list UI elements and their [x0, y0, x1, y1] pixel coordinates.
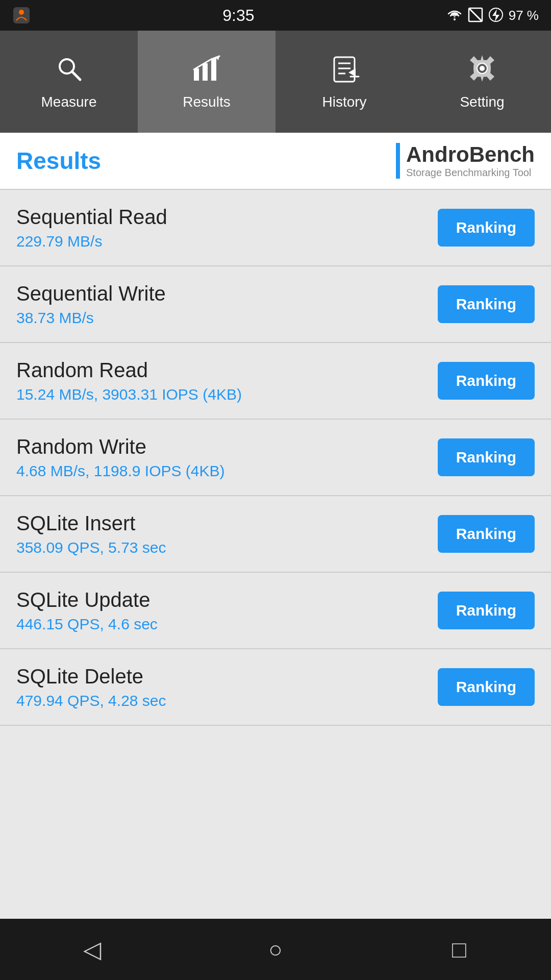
battery-percentage: 97 % [509, 8, 539, 23]
result-item: SQLite Insert 358.09 QPS, 5.73 sec Ranki… [0, 496, 551, 573]
svg-rect-0 [13, 7, 30, 23]
home-button[interactable]: ○ [255, 929, 296, 970]
result-item: Random Read 15.24 MB/s, 3903.31 IOPS (4K… [0, 343, 551, 420]
svg-marker-18 [348, 68, 356, 77]
tab-history[interactable]: History [276, 31, 413, 133]
status-left [12, 6, 31, 24]
result-name: Sequential Write [16, 282, 166, 305]
recent-apps-button[interactable]: □ [439, 929, 480, 970]
result-item: SQLite Update 446.15 QPS, 4.6 sec Rankin… [0, 573, 551, 649]
ranking-button-4[interactable]: Ranking [438, 515, 535, 553]
svg-rect-10 [194, 68, 199, 81]
svg-point-2 [454, 18, 456, 20]
ranking-button-1[interactable]: Ranking [438, 285, 535, 323]
ranking-button-2[interactable]: Ranking [438, 362, 535, 400]
svg-point-23 [480, 66, 485, 71]
status-right: 97 % [446, 7, 539, 23]
svg-point-1 [19, 10, 24, 15]
brand-subtitle: Storage Benchmarking Tool [406, 167, 531, 179]
result-name: Random Read [16, 359, 242, 382]
signal-icon [468, 7, 483, 23]
result-value: 38.73 MB/s [16, 309, 166, 327]
ranking-button-5[interactable]: Ranking [438, 592, 535, 629]
page-title: Results [16, 147, 101, 175]
result-name: SQLite Delete [16, 665, 166, 688]
ranking-button-3[interactable]: Ranking [438, 438, 535, 476]
nav-tabs: Measure Results History [0, 31, 551, 133]
tab-history-label: History [322, 94, 366, 110]
result-info: Random Read 15.24 MB/s, 3903.31 IOPS (4K… [16, 359, 242, 403]
result-value: 4.68 MB/s, 1198.9 IOPS (4KB) [16, 462, 225, 480]
result-value: 479.94 QPS, 4.28 sec [16, 692, 166, 709]
result-info: Sequential Read 229.79 MB/s [16, 206, 167, 250]
svg-rect-14 [334, 57, 355, 82]
tab-results[interactable]: Results [138, 31, 276, 133]
result-value: 446.15 QPS, 4.6 sec [16, 616, 158, 633]
back-button[interactable]: ◁ [71, 929, 112, 970]
result-info: SQLite Update 446.15 QPS, 4.6 sec [16, 589, 158, 633]
tab-results-label: Results [183, 94, 230, 110]
tab-setting-label: Setting [460, 94, 504, 110]
tab-measure-label: Measure [41, 94, 97, 110]
results-icon [191, 53, 222, 88]
brand-name: AndroBench [406, 143, 535, 166]
result-name: Random Write [16, 435, 225, 458]
result-value: 15.24 MB/s, 3903.31 IOPS (4KB) [16, 386, 242, 403]
result-info: Sequential Write 38.73 MB/s [16, 282, 166, 327]
svg-marker-7 [492, 9, 499, 21]
result-value: 229.79 MB/s [16, 233, 167, 250]
result-item: Sequential Read 229.79 MB/s Ranking [0, 190, 551, 266]
brand-text: AndroBench Storage Benchmarking Tool [406, 143, 535, 178]
results-list: Sequential Read 229.79 MB/s Ranking Sequ… [0, 190, 551, 919]
result-name: Sequential Read [16, 206, 167, 229]
result-info: Random Write 4.68 MB/s, 1198.9 IOPS (4KB… [16, 435, 225, 480]
status-bar: 9:35 97 % [0, 0, 551, 31]
svg-line-4 [469, 8, 482, 21]
brand-bar [396, 143, 400, 179]
result-name: SQLite Update [16, 589, 158, 611]
result-item: SQLite Delete 479.94 QPS, 4.28 sec Ranki… [0, 649, 551, 726]
tab-measure[interactable]: Measure [0, 31, 138, 133]
result-item: Random Write 4.68 MB/s, 1198.9 IOPS (4KB… [0, 420, 551, 496]
svg-rect-12 [211, 58, 216, 81]
charging-icon [488, 7, 504, 23]
measure-icon [54, 53, 84, 88]
result-value: 358.09 QPS, 5.73 sec [16, 539, 166, 556]
results-header: Results AndroBench Storage Benchmarking … [0, 133, 551, 189]
bottom-nav: ◁ ○ □ [0, 919, 551, 980]
app-icon [12, 6, 31, 24]
result-name: SQLite Insert [16, 512, 166, 535]
setting-icon [467, 53, 497, 88]
result-item: Sequential Write 38.73 MB/s Ranking [0, 266, 551, 343]
status-time: 9:35 [222, 6, 254, 25]
wifi-icon [446, 7, 463, 23]
result-info: SQLite Delete 479.94 QPS, 4.28 sec [16, 665, 166, 709]
result-info: SQLite Insert 358.09 QPS, 5.73 sec [16, 512, 166, 556]
ranking-button-0[interactable]: Ranking [438, 209, 535, 247]
tab-setting[interactable]: Setting [413, 31, 551, 133]
ranking-button-6[interactable]: Ranking [438, 668, 535, 706]
brand-logo: AndroBench Storage Benchmarking Tool [396, 143, 535, 179]
history-icon [329, 53, 360, 88]
svg-rect-11 [203, 63, 208, 81]
svg-line-9 [72, 71, 80, 80]
